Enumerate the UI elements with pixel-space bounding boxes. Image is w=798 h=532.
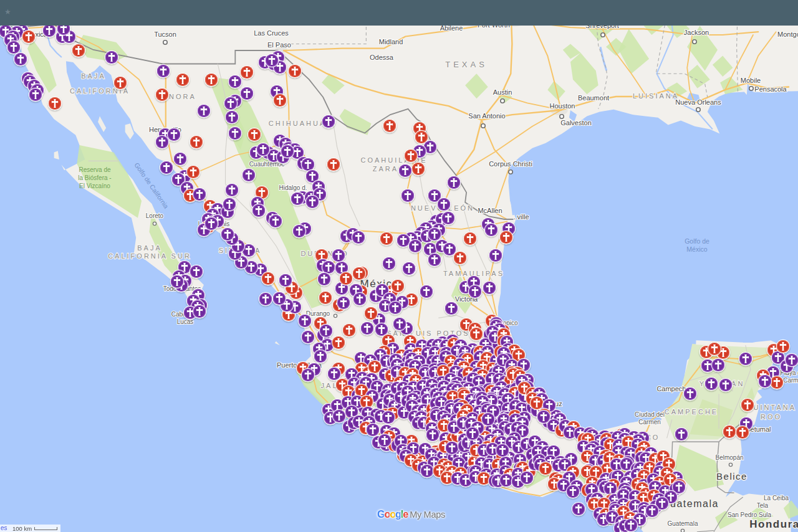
- svg-text:BAJA: BAJA: [81, 72, 106, 80]
- svg-text:Belmopán: Belmopán: [715, 454, 743, 461]
- svg-text:México: México: [686, 245, 707, 253]
- svg-text:..ville: ..ville: [513, 213, 529, 221]
- svg-text:CHIHUAHUA: CHIHUAHUA: [269, 120, 326, 127]
- svg-text:ROO: ROO: [761, 413, 782, 420]
- svg-text:Las Cruces: Las Cruces: [254, 29, 289, 37]
- svg-text:Austin: Austin: [493, 88, 512, 96]
- svg-text:La Ceiba: La Ceiba: [764, 495, 789, 501]
- svg-text:Nueva Orleans: Nueva Orleans: [675, 98, 721, 106]
- svg-text:TEXAS: TEXAS: [445, 60, 488, 69]
- svg-text:Tucson: Tucson: [154, 31, 176, 38]
- svg-text:Belice: Belice: [716, 471, 748, 482]
- svg-text:Corpus Christi: Corpus Christi: [489, 160, 532, 168]
- svg-text:Montgom: Montgom: [777, 31, 798, 38]
- svg-text:Midland: Midland: [379, 38, 403, 45]
- svg-text:Carmen: Carmen: [638, 419, 661, 425]
- svg-text:Shreveport: Shreveport: [585, 26, 619, 29]
- svg-text:Honduras: Honduras: [749, 518, 798, 530]
- svg-text:BAJA: BAJA: [137, 244, 162, 252]
- svg-text:Abilene: Abilene: [440, 26, 463, 32]
- svg-text:la Biósfera -: la Biósfera -: [78, 174, 111, 181]
- svg-text:Guatemala: Guatemala: [668, 520, 698, 527]
- svg-text:Ciudad del: Ciudad del: [635, 411, 665, 418]
- svg-text:El Vizcaíno: El Vizcaíno: [79, 183, 110, 189]
- svg-text:Fort Worth: Fort Worth: [478, 26, 510, 29]
- svg-text:LUISIANA: LUISIANA: [633, 92, 679, 100]
- svg-text:Beaumont: Beaumont: [578, 94, 609, 102]
- svg-text:Mobile: Mobile: [741, 77, 761, 84]
- svg-text:McAllen: McAllen: [478, 207, 502, 214]
- svg-text:Hidalgo d.: Hidalgo d.: [279, 184, 307, 191]
- svg-text:Golfo de: Golfo de: [685, 237, 709, 245]
- svg-text:San Pedro Sula: San Pedro Sula: [728, 511, 771, 518]
- svg-text:Tela: Tela: [757, 502, 769, 509]
- svg-text:Pensacola: Pensacola: [754, 85, 787, 93]
- svg-text:Loreto: Loreto: [146, 212, 164, 219]
- svg-text:Galveston: Galveston: [560, 119, 592, 126]
- svg-text:CALIFORNIA SUR: CALIFORNIA SUR: [108, 252, 191, 260]
- svg-text:Houston: Houston: [550, 102, 575, 110]
- svg-text:Odessa: Odessa: [370, 54, 394, 61]
- svg-text:El Paso: El Paso: [267, 41, 291, 49]
- svg-text:Carmen: Carmen: [783, 377, 798, 384]
- svg-text:San Antonio: San Antonio: [468, 112, 505, 120]
- svg-text:Reserva de: Reserva de: [79, 166, 111, 173]
- svg-text:Jackson: Jackson: [684, 29, 709, 36]
- svg-text:CAMPECHE: CAMPECHE: [665, 408, 718, 416]
